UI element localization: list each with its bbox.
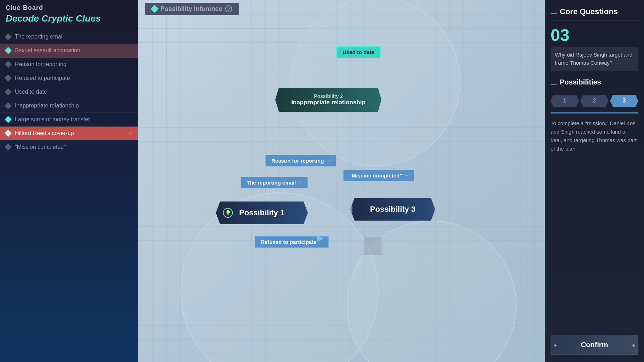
possibility-tabs: 1 2 3 [551, 95, 638, 107]
circle-top [291, 0, 460, 166]
sidebar-item-label: Sexual assault accusation [15, 47, 132, 54]
active-indicator [129, 132, 132, 135]
sidebar-items: The reporting email Sexual assault accus… [0, 27, 138, 362]
sidebar-item-label: Hilford Reed's cover-up [15, 130, 126, 136]
email-handle: ··· [299, 181, 302, 185]
possibilities-title: Possibilities [560, 78, 601, 86]
sidebar-item-mission-completed[interactable]: "Mission completed" [0, 140, 138, 154]
top-bar: Possibility Inference ? [138, 0, 545, 18]
possibility3-container[interactable]: Possibility 3 [350, 198, 435, 221]
tab-possibility-2[interactable]: 2 [580, 95, 609, 107]
diamond-icon [5, 144, 12, 151]
reporting-email-label: The reporting email [247, 180, 296, 186]
node-mission-completed[interactable]: "Mission completed" ··· [343, 170, 414, 181]
sidebar-item-label: Inappropriate relationship [15, 103, 132, 109]
arrows-svg [138, 18, 244, 71]
sidebar-item-label: Refused to participate [15, 75, 132, 81]
diamond-icon [5, 33, 12, 40]
sidebar-item-label: "Mission completed" [15, 144, 132, 150]
reason-for-reporting-label: Reason for reporting [271, 158, 324, 164]
question-text: Why did Rajeev Singh target and frame Th… [551, 47, 638, 71]
diamond-icon [5, 88, 12, 95]
diamond-icon [5, 130, 12, 137]
right-panel: — Core Questions 03 Why did Rajeev Singh… [545, 0, 644, 362]
tab-divider [551, 112, 638, 113]
p3-arrow-left [347, 205, 352, 214]
sidebar-title-sub: Decode Cryptic Clues [6, 13, 132, 24]
sidebar-item-sexual-assault[interactable]: Sexual assault accusation [0, 44, 138, 58]
sidebar-item-label: Large sums of money transfer [15, 116, 132, 123]
sidebar-item-label: The reporting email [15, 34, 132, 40]
used-to-date-label: Used to date [343, 49, 374, 55]
possibility3-label: Possibility 3 [370, 205, 415, 214]
possibility2-node[interactable]: Possibility 2 Inappropriate relationship [275, 88, 381, 112]
tab-possibility-1[interactable]: 1 [551, 95, 579, 107]
possibility1-icon: 💡 [223, 208, 233, 218]
inference-canvas: Used to date Possibility 2 Inappropriate… [138, 18, 545, 362]
help-icon[interactable]: ? [225, 5, 232, 12]
possibility1-node[interactable]: 💡 Possibility 1 [216, 202, 308, 224]
diamond-btn-icon [151, 5, 159, 13]
possibility-inference-label: Possibility Inference [160, 5, 222, 13]
sidebar-header: Clue Board Decode Cryptic Clues [0, 0, 138, 27]
node-used-to-date[interactable]: Used to date [336, 46, 381, 58]
reason-handle: ··· [327, 159, 330, 163]
mission-handle: ··· [405, 174, 408, 178]
sidebar-item-hilford-cover-up[interactable]: Hilford Reed's cover-up [0, 127, 138, 140]
sidebar: Clue Board Decode Cryptic Clues The repo… [0, 0, 138, 362]
possibility-inference-button[interactable]: Possibility Inference ? [145, 3, 239, 15]
diamond-icon [5, 102, 12, 109]
node-reporting-email[interactable]: The reporting email ··· [241, 177, 308, 188]
diamond-icon [5, 75, 12, 82]
mission-completed-label: "Mission completed" [349, 173, 402, 179]
refused-to-participate-label: Refused to participate [261, 239, 317, 245]
sidebar-item-label: Reason for reporting [15, 61, 132, 68]
p3-arrow-right [433, 205, 439, 214]
possibility-description: To complete a "mission," Daniel Kos and … [551, 119, 638, 329]
diamond-icon [5, 47, 12, 54]
possibilities-minus-icon: — [551, 81, 557, 88]
possibility3-node[interactable]: Possibility 3 [350, 198, 435, 221]
question-number: 03 [551, 27, 638, 44]
right-panel-title: Core Questions [560, 7, 618, 16]
minus-icon: — [551, 10, 557, 17]
right-panel-header: — Core Questions [551, 7, 638, 19]
right-panel-divider [551, 21, 638, 21]
possibility2-sub: Inappropriate relationship [291, 99, 366, 106]
sidebar-item-used-to-date[interactable]: Used to date [0, 85, 138, 99]
node-reason-for-reporting[interactable]: Reason for reporting ··· [265, 155, 336, 167]
sidebar-item-inappropriate-relationship[interactable]: Inappropriate relationship [0, 99, 138, 113]
sidebar-item-the-reporting-email[interactable]: The reporting email [0, 30, 138, 44]
possibility1-label: Possibility 1 [239, 208, 284, 217]
possibility1-container[interactable]: 💡 Possibility 1 [216, 202, 308, 224]
main-area: Possibility Inference ? [138, 0, 545, 362]
empty-clue-box [364, 237, 381, 255]
confirm-button[interactable]: Confirm [551, 335, 638, 355]
diamond-icon [5, 61, 12, 68]
possibilities-header: — Possibilities [551, 78, 638, 90]
sidebar-item-label: Used to date [15, 89, 132, 95]
tab-possibility-3[interactable]: 3 [610, 95, 638, 107]
possibility2-label: Possibility 2 [314, 93, 343, 99]
sidebar-item-large-sums[interactable]: Large sums of money transfer [0, 113, 138, 127]
sidebar-item-reason-for-reporting[interactable]: Reason for reporting [0, 58, 138, 71]
sidebar-item-refused-to-participate[interactable]: Refused to participate [0, 71, 138, 85]
diamond-icon [5, 116, 12, 123]
sidebar-title-top: Clue Board [6, 4, 132, 12]
